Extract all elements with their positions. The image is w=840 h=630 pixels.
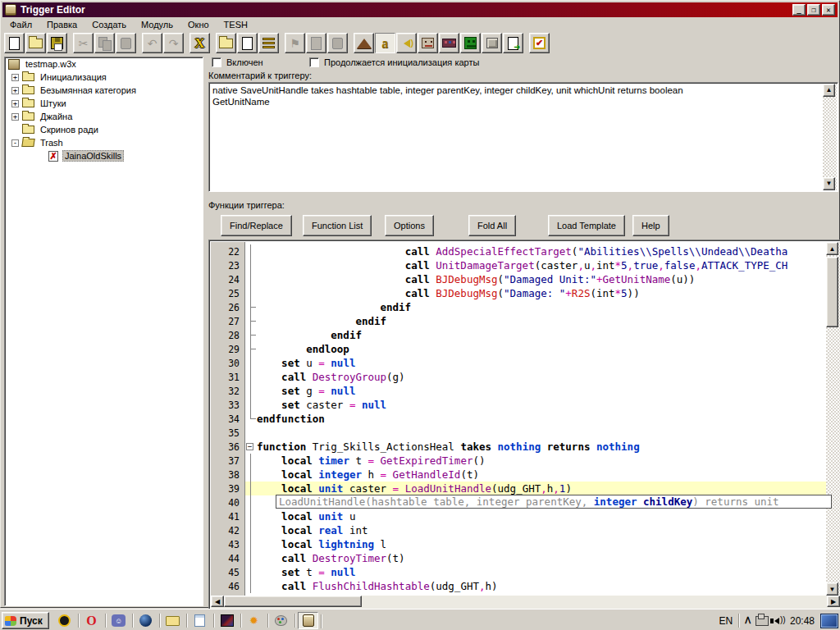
tree-expander-icon[interactable]: + (11, 100, 19, 107)
menu-правка[interactable]: Правка (39, 18, 84, 31)
fold-margin[interactable]: − (245, 440, 257, 454)
code-line-28[interactable]: 28 endif (211, 328, 826, 342)
tree-item[interactable]: -Trash (5, 136, 203, 149)
flame-icon[interactable]: ✹ (244, 612, 264, 629)
world-editor-icon[interactable] (298, 612, 318, 629)
button-load-template[interactable]: Load Template (548, 215, 625, 236)
script-editor-icon[interactable]: a (375, 33, 395, 53)
scroll-up-icon[interactable]: ▲ (826, 242, 838, 255)
warcraft-icon[interactable] (217, 612, 237, 629)
script-editor[interactable]: 22 call AddSpecialEffectTarget("Abilitie… (208, 240, 840, 609)
scroll-right-icon[interactable]: ▶ (827, 596, 840, 607)
code-line-33[interactable]: 33 set caster = null (211, 398, 826, 412)
volume-icon[interactable] (774, 618, 779, 624)
tree-expander-icon[interactable]: + (11, 113, 19, 121)
trigger-tree[interactable]: testmap.w3x+Инициализация+Безымянная кат… (4, 57, 203, 606)
code-line-29[interactable]: 29 endloop (211, 342, 826, 356)
button-find-replace[interactable]: Find/Replace (221, 215, 292, 236)
tree-item[interactable]: +Безымянная категория (5, 84, 203, 97)
tree-item[interactable]: ✗JainaOldSkills (5, 149, 203, 162)
code-line-27[interactable]: 27 endif (211, 314, 826, 328)
hide-icons-chevron-icon[interactable]: ᐱ (745, 616, 750, 625)
tree-item[interactable]: +Джайна (5, 110, 203, 123)
scroll-down-icon[interactable]: ▼ (823, 177, 835, 190)
import-manager-icon[interactable] (503, 33, 523, 53)
open-map-icon[interactable] (25, 33, 46, 53)
tree-expander-icon[interactable]: + (11, 87, 19, 94)
object-manager-icon[interactable] (482, 33, 502, 53)
scroll-left-icon[interactable]: ◀ (211, 596, 224, 607)
discord-icon[interactable]: ☺ (108, 612, 129, 629)
notepad-icon[interactable] (189, 612, 210, 629)
terrain-editor-icon[interactable] (354, 33, 374, 53)
paint-icon[interactable] (271, 612, 291, 629)
button-function-list[interactable]: Function List (303, 215, 372, 236)
init-checkbox[interactable] (309, 57, 319, 67)
tree-root[interactable]: testmap.w3x (5, 57, 203, 71)
tree-expander-icon[interactable]: - (11, 139, 19, 147)
tree-item[interactable]: Скринов ради (5, 123, 203, 136)
code-line-42[interactable]: 42 local real int (211, 523, 826, 537)
code-vertical-scrollbar[interactable]: ▲ ▼ (826, 242, 840, 596)
code-lines[interactable]: 22 call AddSpecialEffectTarget("Abilitie… (211, 244, 826, 593)
code-line-34[interactable]: 34endfunction (211, 412, 826, 426)
save-map-icon[interactable] (47, 33, 67, 53)
code-line-35[interactable]: 35 (211, 426, 826, 440)
fold-collapse-icon[interactable]: − (246, 443, 253, 450)
comment-textarea[interactable]: native SaveUnitHandle takes hashtable ta… (208, 82, 838, 192)
comment-scrollbar[interactable]: ▲ ▼ (823, 84, 837, 190)
code-line-25[interactable]: 25 call BJDebugMsg("Damage: "+R2S(int*5)… (211, 286, 826, 300)
scroll-up-icon[interactable]: ▲ (823, 84, 835, 97)
opera-icon[interactable]: O (81, 612, 102, 629)
horizontal-scroll-thumb[interactable] (224, 596, 362, 607)
menu-файл[interactable]: Файл (2, 18, 39, 31)
menu-модуль[interactable]: Модуль (134, 18, 180, 31)
restore-button[interactable]: ❐ (807, 4, 820, 16)
code-line-39[interactable]: 39 local unit caster = LoadUnitHandle(ud… (211, 482, 826, 495)
minimize-button[interactable]: _ (792, 4, 806, 16)
sound-editor-icon[interactable] (396, 33, 417, 53)
tree-item[interactable]: +Инициализация (5, 71, 203, 84)
code-line-41[interactable]: 41 local unit u (211, 509, 826, 523)
new-trigger-icon[interactable] (237, 33, 258, 53)
check-syntax-icon[interactable]: X (189, 33, 210, 53)
folder-icon[interactable] (162, 612, 183, 629)
browser-sphere-icon[interactable] (135, 612, 156, 629)
button-fold-all[interactable]: Fold All (468, 215, 516, 236)
button-options[interactable]: Options (385, 215, 434, 236)
code-line-36[interactable]: 36−function Trig_Skills_ActionsHeal take… (211, 440, 826, 454)
button-help[interactable]: Help (632, 215, 669, 236)
ai-editor-icon[interactable] (460, 33, 481, 53)
hardware-tray-icon[interactable] (756, 616, 769, 626)
object-editor-icon[interactable] (418, 33, 438, 53)
show-desktop-icon[interactable] (820, 614, 838, 628)
code-line-26[interactable]: 26 endif (211, 300, 826, 314)
start-button[interactable]: Пуск (2, 612, 49, 629)
code-line-31[interactable]: 31 call DestroyGroup(g) (211, 370, 826, 384)
code-line-44[interactable]: 44 call DestroyTimer(t) (211, 551, 826, 565)
tree-item[interactable]: +Штуки (5, 97, 203, 110)
menu-tesh[interactable]: TESH (217, 18, 255, 31)
code-line-37[interactable]: 37 local timer t = GetExpiredTimer() (211, 454, 826, 468)
new-category-icon[interactable] (216, 33, 236, 53)
code-line-30[interactable]: 30 set u = null (211, 356, 826, 370)
new-comment-icon[interactable] (258, 33, 279, 53)
code-line-38[interactable]: 38 local integer h = GetHandleId(t) (211, 468, 826, 482)
new-map-icon[interactable] (4, 33, 25, 53)
code-line-45[interactable]: 45 set t = null (211, 565, 826, 579)
vertical-scroll-thumb[interactable] (826, 257, 838, 327)
aimp-icon[interactable] (54, 612, 75, 629)
close-button[interactable]: ✕ (822, 4, 835, 16)
code-line-43[interactable]: 43 local lightning l (211, 537, 826, 551)
code-line-46[interactable]: 46 call FlushChildHashtable(udg_GHT,h) (211, 579, 826, 593)
test-map-icon[interactable]: ✔ (529, 33, 550, 53)
menu-окно[interactable]: Окно (180, 18, 217, 31)
code-line-22[interactable]: 22 call AddSpecialEffectTarget("Abilitie… (211, 244, 826, 258)
code-line-24[interactable]: 24 call BJDebugMsg("Damaged Unit:"+GetUn… (211, 272, 826, 286)
language-indicator[interactable]: EN (719, 615, 733, 627)
tree-expander-icon[interactable]: + (11, 74, 19, 81)
title-bar[interactable]: Trigger Editor _ ❐ ✕ (2, 2, 838, 17)
code-line-23[interactable]: 23 call UnitDamageTarget(caster,u,int*5,… (211, 258, 826, 272)
campaign-editor-icon[interactable] (439, 33, 459, 53)
scroll-down-icon[interactable]: ▼ (826, 582, 838, 596)
